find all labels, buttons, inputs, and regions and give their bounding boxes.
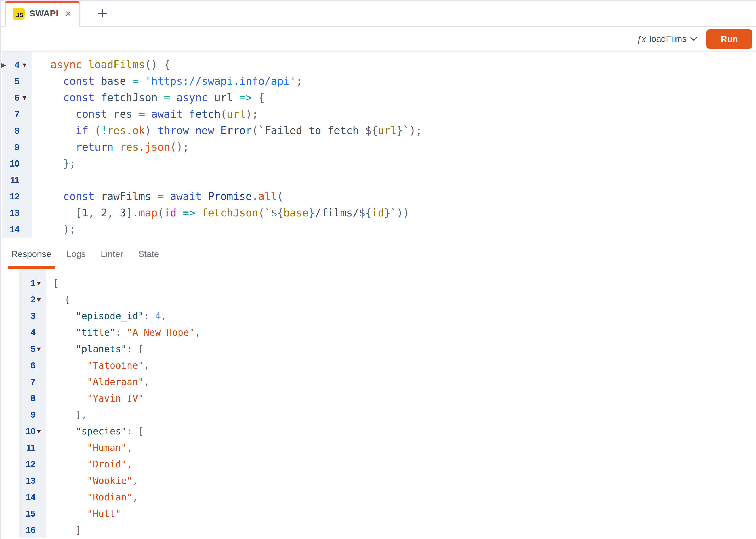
output-tab-bar: Response Logs Linter State xyxy=(1,239,756,269)
line-number: 14 xyxy=(2,225,19,234)
gutter-row: 10 xyxy=(2,155,32,172)
code-line: "Tatooine", xyxy=(53,357,756,373)
gutter-row: 13 xyxy=(19,472,46,489)
code-line: ], xyxy=(53,407,756,423)
code-line: return res.json(); xyxy=(50,139,756,155)
code-line: [ xyxy=(53,275,756,291)
gutter-row: 12 xyxy=(2,188,32,205)
fold-icon[interactable]: ▼ xyxy=(35,297,46,302)
line-number: 10 xyxy=(2,159,19,169)
js-icon-label: JS xyxy=(16,12,23,19)
line-number: 5 xyxy=(2,76,19,86)
fx-icon: ƒx xyxy=(637,34,646,44)
gutter-row: 9 xyxy=(19,407,46,423)
code-line: { xyxy=(53,291,756,308)
tab-logs[interactable]: Logs xyxy=(63,239,89,269)
code-line: "episode_id": 4, xyxy=(53,308,756,324)
new-tab-button[interactable] xyxy=(94,5,111,22)
gutter-row: 5▼ xyxy=(19,341,46,357)
code-line: }; xyxy=(50,155,756,172)
gutter-row: 7 xyxy=(2,106,32,122)
gutter-row: 14 xyxy=(19,489,46,505)
code-line: ); xyxy=(50,221,756,238)
line-number: 7 xyxy=(2,109,19,119)
line-number: 3 xyxy=(19,311,35,321)
code-line: "Hutt" xyxy=(53,505,756,522)
code-line: if (!res.ok) throw new Error(`Failed to … xyxy=(50,122,756,139)
app-window: JS SWAPI × ƒx loadFilms Run ▶4▼56▼789101… xyxy=(0,0,756,539)
code-line: const base = 'https://swapi.info/api'; xyxy=(50,73,756,89)
line-number: 4 xyxy=(19,328,35,338)
function-picker[interactable]: ƒx loadFilms xyxy=(637,34,698,44)
line-number: 6 xyxy=(19,360,35,370)
fold-icon[interactable]: ▼ xyxy=(35,346,46,352)
fold-icon[interactable]: ▼ xyxy=(19,95,32,101)
code-line: "Wookie", xyxy=(53,472,756,489)
line-number: 12 xyxy=(2,192,19,201)
run-button[interactable]: Run xyxy=(706,29,752,48)
chevron-down-icon xyxy=(690,37,698,41)
code-line: "Alderaan", xyxy=(53,373,756,390)
code-line: "Yavin IV" xyxy=(53,390,756,407)
response-content: [ { "episode_id": 4, "title": "A New Hop… xyxy=(46,269,756,539)
code-line: const res = await fetch(url); xyxy=(50,106,756,122)
line-number: 1 xyxy=(19,278,35,288)
fold-icon[interactable]: ▼ xyxy=(19,62,32,68)
fold-icon[interactable]: ▼ xyxy=(35,428,46,434)
gutter-row: 14 xyxy=(2,221,32,238)
line-number: 14 xyxy=(19,492,35,502)
tab-state[interactable]: State xyxy=(135,239,162,269)
function-picker-label: loadFilms xyxy=(649,34,686,44)
code-line: "title": "A New Hope", xyxy=(53,324,756,341)
code-line: "planets": [ xyxy=(53,341,756,357)
gutter-row: ▶4▼ xyxy=(2,56,32,73)
code-editor[interactable]: ▶4▼56▼7891011121314 async loadFilms() { … xyxy=(1,52,756,239)
gutter-row: 12 xyxy=(19,456,46,472)
code-line: "Rodian", xyxy=(53,489,756,505)
gutter-row: 5 xyxy=(2,73,32,89)
line-number: 15 xyxy=(19,509,35,519)
tab-swapi[interactable]: JS SWAPI × xyxy=(5,1,80,27)
response-gutter: 1▼2▼345▼678910▼111213141516 xyxy=(19,269,46,538)
gutter-row: 2▼ xyxy=(19,291,46,308)
code-line: [1, 2, 3].map(id => fetchJson(`${base}/f… xyxy=(50,205,756,221)
gutter-row: 11 xyxy=(19,439,46,456)
close-icon[interactable]: × xyxy=(65,9,71,19)
toolbar: ƒx loadFilms Run xyxy=(1,27,756,52)
line-number: 13 xyxy=(19,476,35,486)
line-number: 16 xyxy=(19,525,35,535)
code-line: async loadFilms() { xyxy=(50,56,756,73)
line-number: 6 xyxy=(2,93,19,103)
gutter-row: 16 xyxy=(19,522,46,538)
code-line xyxy=(50,172,756,188)
fold-icon[interactable]: ▼ xyxy=(35,280,46,286)
gutter-row: 6▼ xyxy=(2,89,32,106)
line-number: 13 xyxy=(2,208,19,218)
gutter-row: 13 xyxy=(2,205,32,221)
gutter-row: 9 xyxy=(2,139,32,155)
line-number: 2 xyxy=(19,295,35,305)
gutter-row: 7 xyxy=(19,373,46,390)
code-line: "species": [ xyxy=(53,423,756,439)
gutter-row: 8 xyxy=(19,390,46,407)
line-number: 8 xyxy=(2,126,19,136)
code-line: const fetchJson = async url => { xyxy=(50,89,756,106)
gutter-row: 4 xyxy=(19,324,46,341)
gutter-row: 10▼ xyxy=(19,423,46,439)
js-icon: JS xyxy=(13,8,25,20)
line-number: 7 xyxy=(19,377,35,387)
gutter-row: 11 xyxy=(2,172,32,188)
tab-linter[interactable]: Linter xyxy=(98,239,126,269)
code-line: const rawFilms = await Promise.all( xyxy=(50,188,756,205)
code-line: "Droid", xyxy=(53,456,756,472)
tab-response[interactable]: Response xyxy=(8,239,55,269)
line-number: 12 xyxy=(19,459,35,469)
play-indicator-icon: ▶ xyxy=(1,61,6,68)
response-panel: 1▼2▼345▼678910▼111213141516 [ { "episode… xyxy=(1,269,756,539)
gutter-row: 3 xyxy=(19,308,46,324)
code-content[interactable]: async loadFilms() { const base = 'https:… xyxy=(32,52,756,239)
line-number: 5 xyxy=(19,344,35,354)
tab-bar: JS SWAPI × xyxy=(1,1,756,27)
tab-title: SWAPI xyxy=(29,8,58,19)
code-line: ] xyxy=(53,522,756,538)
